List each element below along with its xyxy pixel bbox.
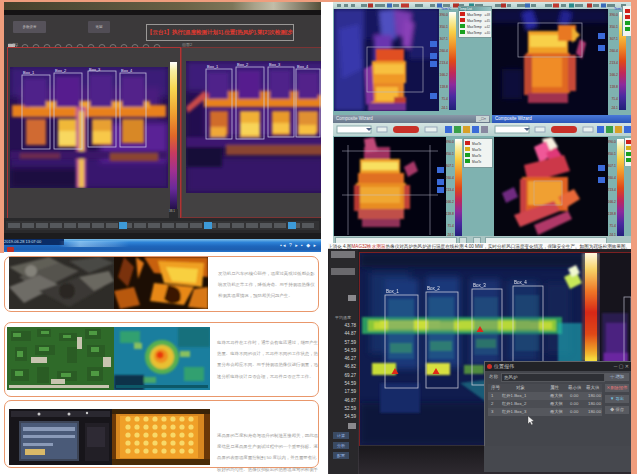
svg-text:307.1: 307.1: [440, 37, 449, 41]
svg-text:=42: =42: [485, 25, 491, 29]
svg-text:213.4: 213.4: [608, 188, 617, 192]
svg-text:Box_4: Box_4: [121, 68, 133, 73]
svg-text:350.1: 350.1: [610, 25, 619, 29]
svg-text:Box_3: Box_3: [269, 62, 281, 67]
svg-text:213.4: 213.4: [446, 188, 455, 192]
svg-text:MaxTemp: MaxTemp: [467, 19, 482, 23]
svg-text:118.8: 118.8: [440, 85, 448, 89]
svg-text:MaxTe: MaxTe: [472, 154, 482, 158]
svg-text:MaxTemp: MaxTemp: [467, 13, 482, 17]
svg-text:213.4: 213.4: [610, 61, 619, 65]
svg-text:71.4: 71.4: [609, 224, 616, 228]
svg-text:MaxTemp: MaxTemp: [467, 25, 482, 29]
svg-text:307.1: 307.1: [610, 37, 619, 41]
svg-text:350.1: 350.1: [440, 25, 449, 29]
svg-text:MaxTemp: MaxTemp: [467, 31, 482, 35]
svg-text:166.2: 166.2: [446, 200, 455, 204]
svg-text:=48: =48: [485, 13, 491, 17]
svg-text:=40: =40: [485, 31, 491, 35]
svg-text:=45: =45: [485, 19, 491, 23]
svg-text:Box_4: Box_4: [514, 280, 527, 285]
svg-text:MaxTe: MaxTe: [472, 160, 482, 164]
svg-text:24.1: 24.1: [441, 106, 448, 110]
svg-text:MaxTe: MaxTe: [472, 148, 482, 152]
svg-text:118.8: 118.8: [608, 212, 616, 216]
svg-text:MaxTe: MaxTe: [472, 142, 482, 146]
svg-text:307.1: 307.1: [446, 164, 455, 168]
svg-text:Box_2: Box_2: [237, 62, 249, 67]
svg-text:Box_1: Box_1: [386, 289, 399, 294]
svg-text:Box_2: Box_2: [55, 68, 67, 73]
svg-text:260.4: 260.4: [446, 176, 455, 180]
svg-text:260.4: 260.4: [608, 176, 617, 180]
svg-text:71.4: 71.4: [441, 97, 448, 101]
svg-text:Box_4: Box_4: [297, 64, 309, 69]
svg-text:166.2: 166.2: [440, 73, 449, 77]
svg-text:166.2: 166.2: [610, 73, 619, 77]
svg-text:Box_2: Box_2: [427, 286, 440, 291]
svg-text:71.4: 71.4: [447, 224, 454, 228]
svg-text:166.2: 166.2: [608, 200, 617, 204]
svg-text:Box_1: Box_1: [207, 64, 219, 69]
svg-text:Box_3: Box_3: [89, 67, 101, 72]
svg-text:71.4: 71.4: [611, 97, 618, 101]
svg-text:350.1: 350.1: [608, 152, 617, 156]
svg-text:Box_3: Box_3: [473, 283, 486, 288]
svg-text:390.0: 390.0: [446, 140, 455, 144]
svg-text:Box_1: Box_1: [23, 70, 35, 75]
svg-text:390.0: 390.0: [610, 13, 619, 17]
svg-text:390.0: 390.0: [440, 13, 449, 17]
svg-text:350.1: 350.1: [446, 152, 455, 156]
svg-text:213.4: 213.4: [440, 61, 449, 65]
svg-text:390.0: 390.0: [608, 140, 617, 144]
svg-text:260.4: 260.4: [440, 49, 449, 53]
svg-text:118.8: 118.8: [446, 212, 454, 216]
svg-text:24.1: 24.1: [611, 106, 618, 110]
svg-text:118.8: 118.8: [610, 85, 618, 89]
svg-text:307.1: 307.1: [608, 164, 617, 168]
svg-text:260.4: 260.4: [610, 49, 619, 53]
